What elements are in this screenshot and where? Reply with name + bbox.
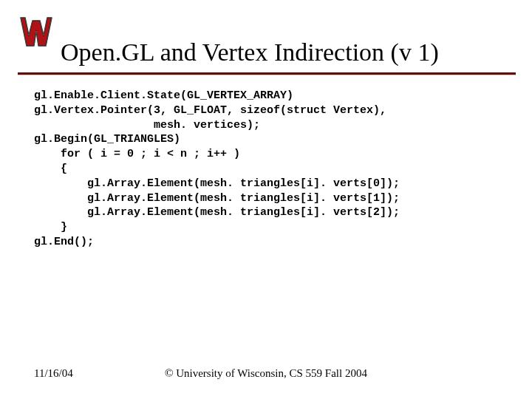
slide-title: Open.GL and Vertex Indirection (v 1) [61, 38, 514, 66]
wisconsin-w-logo [18, 13, 55, 50]
slide: Open.GL and Vertex Indirection (v 1) gl.… [0, 0, 532, 399]
title-underline-shadow [18, 75, 516, 75]
footer-copyright: © University of Wisconsin, CS 559 Fall 2… [34, 367, 498, 380]
title-wrap: Open.GL and Vertex Indirection (v 1) [61, 38, 514, 66]
code-block: gl.Enable.Client.State(GL_VERTEX_ARRAY) … [34, 89, 400, 250]
